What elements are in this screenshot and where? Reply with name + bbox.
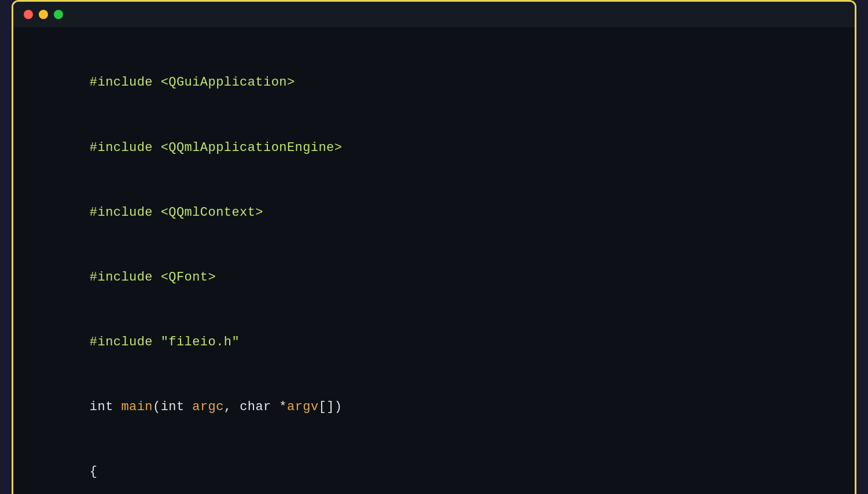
code-window: #include <QGuiApplication> #include <QQm… <box>12 0 856 494</box>
close-button[interactable] <box>24 10 33 19</box>
star: * <box>279 400 287 414</box>
char-keyword: char <box>240 400 279 414</box>
code-line-7: { <box>42 440 826 494</box>
int-param: int <box>161 400 193 414</box>
main-function: main <box>121 400 153 414</box>
brackets: []) <box>319 400 343 414</box>
include-text-1: #include <QGuiApplication> <box>90 75 295 90</box>
code-line-1: #include <QGuiApplication> <box>42 50 826 115</box>
code-line-2: #include <QQmlApplicationEngine> <box>42 115 826 180</box>
include-text-5: #include "fileio.h" <box>90 335 240 349</box>
code-line-5: #include "fileio.h" <box>42 310 826 375</box>
argc-param: argc <box>192 400 224 414</box>
paren-open: ( <box>153 400 161 414</box>
code-line-4: #include <QFont> <box>42 245 826 310</box>
code-line-3: #include <QQmlContext> <box>42 180 826 245</box>
code-editor: #include <QGuiApplication> #include <QQm… <box>13 27 855 494</box>
include-text-3: #include <QQmlContext> <box>90 205 263 220</box>
include-text-2: #include <QQmlApplicationEngine> <box>90 141 343 155</box>
code-line-6: int main(int argc, char *argv[]) <box>42 375 826 440</box>
open-brace: { <box>90 464 98 479</box>
maximize-button[interactable] <box>54 10 63 19</box>
minimize-button[interactable] <box>39 10 48 19</box>
argv-param: argv <box>287 400 319 414</box>
include-text-4: #include <QFont> <box>90 270 216 285</box>
comma: , <box>224 400 240 414</box>
titlebar <box>13 2 855 27</box>
int-keyword: int <box>90 400 122 414</box>
